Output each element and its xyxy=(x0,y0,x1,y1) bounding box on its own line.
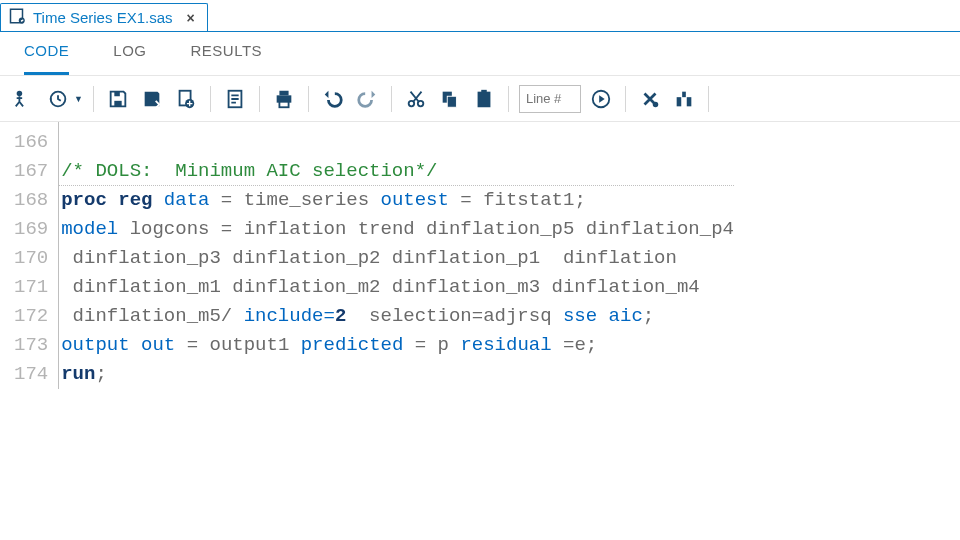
code-line: proc reg data = time_series outest = fit… xyxy=(59,186,734,215)
line-number: 167 xyxy=(14,157,48,186)
close-icon[interactable]: × xyxy=(187,10,195,26)
view-tabs: CODE LOG RESULTS xyxy=(0,32,960,76)
code-line: model logcons = inflation trend dinflati… xyxy=(59,215,734,244)
code-line: run; xyxy=(59,360,734,389)
cut-icon[interactable] xyxy=(402,85,430,113)
svg-rect-21 xyxy=(687,97,692,106)
code-line: dinflation_m1 dinflation_m2 dinflation_m… xyxy=(59,273,734,302)
svg-rect-5 xyxy=(114,91,120,96)
print-icon[interactable] xyxy=(270,85,298,113)
goto-icon[interactable] xyxy=(587,85,615,113)
svg-point-19 xyxy=(653,101,659,107)
caret-down-icon: ▼ xyxy=(74,94,83,104)
format-icon[interactable] xyxy=(670,85,698,113)
undo-icon[interactable] xyxy=(319,85,347,113)
tab-code[interactable]: CODE xyxy=(24,42,69,75)
file-tab[interactable]: Time Series EX1.sas × xyxy=(0,3,208,31)
code-area[interactable]: /* DOLS: Minimum AIC selection*/ proc re… xyxy=(58,122,734,389)
code-editor[interactable]: 166 167 168 169 170 171 172 173 174 /* D… xyxy=(0,122,960,389)
gutter: 166 167 168 169 170 171 172 173 174 xyxy=(0,122,58,389)
file-tab-label: Time Series EX1.sas xyxy=(33,9,173,26)
code-line: dinflation_p3 dinflation_p2 dinflation_p… xyxy=(59,244,734,273)
copy-icon[interactable] xyxy=(436,85,464,113)
history-dropdown[interactable]: ▼ xyxy=(44,85,83,113)
line-number: 172 xyxy=(14,302,48,331)
code-line xyxy=(59,128,734,157)
svg-rect-20 xyxy=(677,97,682,106)
sas-file-icon xyxy=(9,7,27,29)
run-icon[interactable] xyxy=(10,85,38,113)
line-number-input[interactable] xyxy=(519,85,581,113)
toolbar: ▼ xyxy=(0,76,960,122)
line-number: 170 xyxy=(14,244,48,273)
paste-icon[interactable] xyxy=(470,85,498,113)
svg-rect-17 xyxy=(481,89,487,93)
svg-rect-16 xyxy=(478,91,491,107)
tab-log[interactable]: LOG xyxy=(113,42,146,75)
line-number: 169 xyxy=(14,215,48,244)
clear-icon[interactable] xyxy=(636,85,664,113)
svg-rect-22 xyxy=(682,91,686,97)
saveas-icon[interactable] xyxy=(138,85,166,113)
svg-rect-15 xyxy=(447,96,456,107)
code-line: output out = output1 predicted = p resid… xyxy=(59,331,734,360)
export-icon[interactable] xyxy=(172,85,200,113)
tab-results[interactable]: RESULTS xyxy=(191,42,263,75)
code-line: /* DOLS: Minimum AIC selection*/ xyxy=(59,157,734,186)
code-line: dinflation_m5/ include=2 selection=adjrs… xyxy=(59,302,734,331)
svg-rect-9 xyxy=(279,90,288,95)
history-icon xyxy=(44,85,72,113)
line-number: 173 xyxy=(14,331,48,360)
summary-icon[interactable] xyxy=(221,85,249,113)
redo-icon[interactable] xyxy=(353,85,381,113)
line-number: 171 xyxy=(14,273,48,302)
svg-rect-4 xyxy=(114,100,121,106)
svg-point-2 xyxy=(17,90,23,96)
save-icon[interactable] xyxy=(104,85,132,113)
line-number: 174 xyxy=(14,360,48,389)
line-number: 168 xyxy=(14,186,48,215)
line-number: 166 xyxy=(14,128,48,157)
